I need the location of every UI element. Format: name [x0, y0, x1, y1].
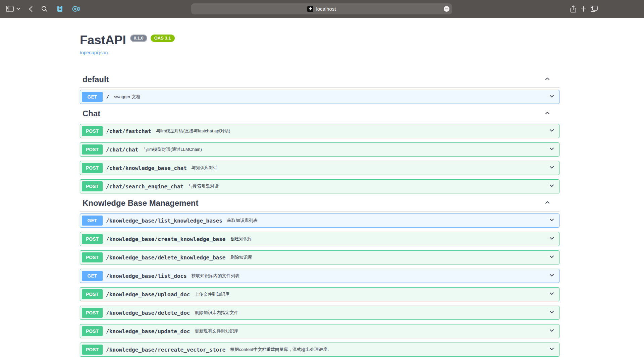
- method-badge: POST: [82, 144, 103, 155]
- expand-chevron-down-icon[interactable]: [548, 145, 555, 154]
- version-badge: 0.1.0: [130, 35, 147, 42]
- endpoint-row[interactable]: POST/knowledge_base/delete_doc删除知识库内指定文件: [80, 306, 559, 320]
- expand-chevron-down-icon[interactable]: [548, 93, 555, 101]
- endpoint-row[interactable]: POST/chat/search_engine_chat与搜索引擎对话: [80, 179, 559, 193]
- tab-overview-icon[interactable]: [591, 6, 598, 12]
- page-title: FastAPI: [80, 34, 126, 47]
- endpoint-description: 上传文件到知识库: [195, 291, 229, 297]
- endpoint-description: 根据content中文档重建向量库，流式输出处理进度。: [230, 347, 332, 353]
- method-badge: POST: [82, 308, 103, 318]
- section-title: Knowledge Base Management: [83, 199, 198, 207]
- method-badge: GET: [82, 271, 103, 281]
- section-title: Chat: [83, 109, 100, 118]
- expand-chevron-down-icon[interactable]: [548, 327, 555, 335]
- share-icon[interactable]: [570, 5, 576, 13]
- endpoint-row[interactable]: POST/knowledge_base/update_doc更新现有文件到知识库: [80, 324, 559, 338]
- expand-chevron-down-icon[interactable]: [548, 346, 555, 354]
- sidebar-toggle-icon[interactable]: [6, 6, 14, 12]
- method-badge: GET: [82, 92, 103, 102]
- browser-toolbar: localhost: [0, 0, 644, 18]
- endpoint-list: POST/chat/fastchat与llm模型对话(直接与fastchat a…: [80, 124, 559, 193]
- endpoint-row[interactable]: POST/knowledge_base/create_knowledge_bas…: [80, 232, 559, 246]
- openapi-spec-link[interactable]: /openapi.json: [80, 50, 108, 55]
- api-sections: defaultGET/swagger 文档ChatPOST/chat/fastc…: [80, 75, 559, 357]
- extension-shield-download-icon[interactable]: [56, 5, 63, 12]
- method-badge: POST: [82, 126, 103, 136]
- endpoint-row[interactable]: GET/knowledge_base/list_knowledge_bases获…: [80, 214, 559, 228]
- endpoint-description: 删除知识库: [230, 254, 252, 260]
- extension-circles-star-icon[interactable]: [72, 5, 80, 12]
- expand-chevron-down-icon[interactable]: [548, 164, 555, 172]
- address-bar[interactable]: localhost: [191, 3, 452, 14]
- api-info: FastAPI 0.1.0 OAS 3.1 /openapi.json: [80, 18, 559, 56]
- endpoint-row[interactable]: POST/knowledge_base/recreate_vector_stor…: [80, 343, 559, 357]
- endpoint-path: /knowledge_base/upload_doc: [106, 291, 190, 298]
- url-text: localhost: [316, 6, 336, 12]
- endpoint-row[interactable]: POST/knowledge_base/delete_knowledge_bas…: [80, 250, 559, 264]
- collapse-chevron-up-icon[interactable]: [544, 110, 551, 118]
- expand-chevron-down-icon[interactable]: [548, 253, 555, 261]
- endpoint-description: 删除知识库内指定文件: [195, 310, 238, 316]
- endpoint-path: /knowledge_base/create_knowledge_base: [106, 236, 225, 242]
- endpoint-path: /knowledge_base/delete_knowledge_base: [106, 254, 225, 261]
- endpoint-row[interactable]: POST/chat/knowledge_base_chat与知识库对话: [80, 161, 559, 175]
- section-header[interactable]: Chat: [80, 109, 559, 122]
- endpoint-row[interactable]: POST/chat/fastchat与llm模型对话(直接与fastchat a…: [80, 124, 559, 138]
- endpoint-path: /: [106, 94, 109, 100]
- expand-chevron-down-icon[interactable]: [548, 272, 555, 280]
- endpoint-row[interactable]: POST/knowledge_base/upload_doc上传文件到知识库: [80, 287, 559, 301]
- endpoint-path: /knowledge_base/list_docs: [106, 273, 187, 279]
- method-badge: POST: [82, 289, 103, 299]
- method-badge: POST: [82, 181, 103, 191]
- expand-chevron-down-icon[interactable]: [548, 127, 555, 135]
- endpoint-path: /chat/search_engine_chat: [106, 183, 183, 190]
- method-badge: POST: [82, 326, 103, 336]
- endpoint-row[interactable]: GET/knowledge_base/list_docs获取知识库内的文件列表: [80, 269, 559, 283]
- collapse-chevron-up-icon[interactable]: [544, 75, 551, 83]
- sidebar-dropdown-chevron-icon[interactable]: [16, 8, 20, 10]
- endpoint-description: 与搜索引擎对话: [188, 183, 219, 189]
- search-icon[interactable]: [41, 6, 48, 12]
- endpoint-list: GET/knowledge_base/list_knowledge_bases获…: [80, 214, 559, 357]
- back-icon[interactable]: [29, 6, 33, 12]
- method-badge: POST: [82, 345, 103, 355]
- expand-chevron-down-icon[interactable]: [548, 217, 555, 225]
- endpoint-path: /knowledge_base/recreate_vector_store: [106, 347, 225, 353]
- endpoint-path: /chat/chat: [106, 146, 138, 153]
- section-header[interactable]: Knowledge Base Management: [80, 199, 559, 212]
- api-section: Knowledge Base ManagementGET/knowledge_b…: [80, 199, 559, 357]
- expand-chevron-down-icon[interactable]: [548, 290, 555, 298]
- expand-chevron-down-icon[interactable]: [548, 309, 555, 317]
- swagger-page: FastAPI 0.1.0 OAS 3.1 /openapi.json defa…: [0, 18, 644, 362]
- new-tab-icon[interactable]: [581, 6, 586, 12]
- endpoint-description: swagger 文档: [114, 94, 141, 100]
- collapse-chevron-up-icon[interactable]: [544, 199, 551, 207]
- method-badge: GET: [82, 216, 103, 226]
- endpoint-description: 与llm模型对话(通过LLMChain): [143, 146, 202, 153]
- endpoint-description: 更新现有文件到知识库: [195, 328, 238, 334]
- endpoint-row[interactable]: POST/chat/chat与llm模型对话(通过LLMChain): [80, 142, 559, 157]
- section-header[interactable]: default: [80, 75, 559, 88]
- endpoint-path: /knowledge_base/delete_doc: [106, 310, 190, 316]
- expand-chevron-down-icon[interactable]: [548, 182, 555, 190]
- api-section: ChatPOST/chat/fastchat与llm模型对话(直接与fastch…: [80, 109, 559, 193]
- method-badge: POST: [82, 163, 103, 173]
- section-title: default: [83, 75, 109, 83]
- endpoint-description: 与llm模型对话(直接与fastchat api对话): [156, 128, 230, 134]
- endpoint-list: GET/swagger 文档: [80, 90, 559, 104]
- endpoint-path: /chat/fastchat: [106, 128, 151, 134]
- page-more-options-button[interactable]: [444, 6, 449, 12]
- endpoint-description: 与知识库对话: [192, 165, 218, 171]
- endpoint-path: /knowledge_base/list_knowledge_bases: [106, 218, 222, 224]
- expand-chevron-down-icon[interactable]: [548, 235, 555, 243]
- endpoint-description: 创建知识库: [230, 236, 252, 242]
- endpoint-path: /knowledge_base/update_doc: [106, 328, 190, 335]
- method-badge: POST: [82, 252, 103, 262]
- oas-badge: OAS 3.1: [151, 35, 175, 42]
- endpoint-description: 获取知识库内的文件列表: [192, 273, 239, 279]
- endpoint-description: 获取知识库列表: [227, 218, 258, 224]
- endpoint-row[interactable]: GET/swagger 文档: [80, 90, 559, 104]
- endpoint-path: /chat/knowledge_base_chat: [106, 165, 187, 171]
- api-section: defaultGET/swagger 文档: [80, 75, 559, 104]
- method-badge: POST: [82, 234, 103, 244]
